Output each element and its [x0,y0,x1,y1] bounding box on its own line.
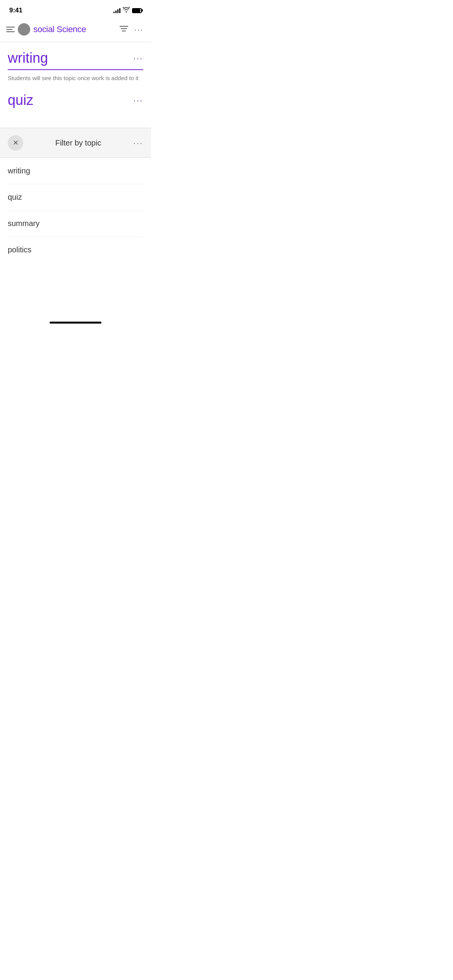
menu-button[interactable] [6,27,15,32]
filter-close-button[interactable]: ✕ [8,135,23,151]
avatar [18,23,30,36]
home-bar [50,322,101,324]
filter-button[interactable] [120,25,128,34]
app-header: social Science ··· [0,19,151,42]
writing-subtitle: Students will see this topic once work i… [8,75,143,89]
filter-panel: ✕ Filter by topic ··· writing quiz summa… [0,128,151,263]
filter-item-summary[interactable]: summary [8,211,143,237]
writing-underline [8,69,143,70]
quiz-topic-section: quiz ··· [0,89,151,116]
filter-list: writing quiz summary politics [0,158,151,263]
filter-panel-header: ✕ Filter by topic ··· [0,128,151,158]
quiz-topic-header: quiz ··· [8,89,143,108]
quiz-more-button[interactable]: ··· [133,96,143,105]
status-bar: 9:41 [0,0,151,19]
filter-item-writing[interactable]: writing [8,158,143,184]
filter-item-politics[interactable]: politics [8,237,143,263]
signal-icon [113,8,120,13]
wifi-icon [123,7,130,14]
header-left: social Science [6,23,86,36]
quiz-topic-title: quiz [8,92,33,108]
filter-more-button[interactable]: ··· [133,139,143,147]
content-area: writing ··· Students will see this topic… [0,42,151,263]
header-right: ··· [120,25,143,34]
status-icons [113,7,142,14]
filter-item-quiz[interactable]: quiz [8,184,143,211]
app-title: social Science [33,24,86,34]
filter-panel-title: Filter by topic [23,139,133,147]
status-time: 9:41 [9,7,22,14]
header-more-button[interactable]: ··· [134,25,143,34]
writing-topic-header: writing ··· [8,50,143,69]
writing-topic-section: writing ··· Students will see this topic… [0,42,151,89]
writing-topic-title: writing [8,50,48,66]
close-icon: ✕ [13,139,19,147]
writing-more-button[interactable]: ··· [133,54,143,63]
battery-icon [132,8,142,13]
home-indicator [0,317,151,327]
